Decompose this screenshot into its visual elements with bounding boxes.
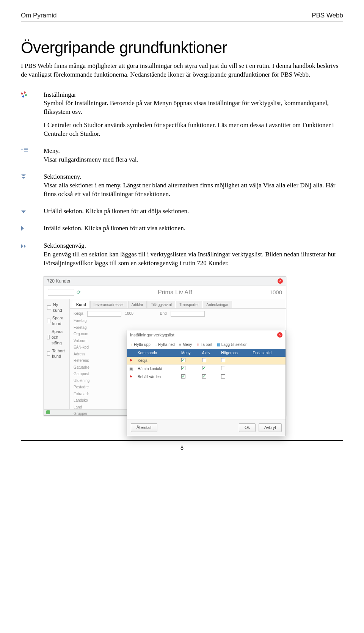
- section-collapsed: Infälld sektion. Klicka på ikonen för at…: [21, 224, 343, 233]
- double-chevron-down-icon: [21, 173, 26, 182]
- mock-tab[interactable]: Kund: [73, 301, 89, 309]
- page-number: 8: [0, 441, 364, 460]
- sectionmenu-label: Sektionsmeny.: [44, 173, 81, 180]
- move-up-button[interactable]: ↑Flytta upp: [131, 342, 151, 347]
- mock-tab[interactable]: Anteckningar: [203, 301, 232, 309]
- mock-side-item[interactable]: Ny kund: [44, 301, 69, 314]
- header-right: PBS Webb: [312, 11, 343, 20]
- settings-label: Inställningar: [44, 91, 76, 98]
- menu-button[interactable]: ≡Meny: [179, 342, 192, 347]
- section-expanded: Utfälld sektion. Klicka på ikonen för at…: [21, 207, 343, 216]
- dropdown-list-icon: [21, 148, 28, 152]
- chevron-down-icon: [21, 208, 26, 216]
- section-settings: Inställningar Symbol för Inställningar. …: [21, 91, 343, 139]
- double-chevron-right-icon: [21, 242, 27, 251]
- header-left: Om Pyramid: [21, 11, 56, 20]
- mock-window-title: 720 Kunder: [47, 278, 71, 284]
- page-title: Övergripande grundfunktioner: [21, 37, 343, 59]
- mock-tab[interactable]: Transporter: [176, 301, 202, 309]
- svg-marker-7: [21, 226, 24, 231]
- svg-marker-5: [21, 177, 26, 179]
- svg-rect-3: [24, 151, 28, 152]
- svg-marker-6: [21, 210, 26, 213]
- mock-modal-table: KommandoMenyAktivHögerposEndast bild ⚑ K…: [127, 349, 286, 381]
- mock-tab[interactable]: Tilläggsavtal: [147, 301, 175, 309]
- svg-rect-2: [24, 149, 28, 150]
- mock-side-item[interactable]: Spara och stäng: [44, 328, 69, 347]
- mock-field-label: Brid: [160, 311, 167, 316]
- ok-button[interactable]: Ok: [239, 423, 256, 432]
- svg-marker-4: [21, 174, 26, 176]
- svg-rect-1: [24, 148, 28, 149]
- mock-tab[interactable]: Leveransadresser: [90, 301, 127, 309]
- mock-modal-title: Inställningar verktygslist: [130, 332, 174, 338]
- section-menu: Meny. Visar rullgardinsmeny med flera va…: [21, 147, 343, 164]
- mock-modal: Inställningar verktygslist × ↑Flytta upp…: [127, 330, 286, 436]
- shortcut-label: Sektionsgenväg.: [44, 242, 86, 249]
- sectionmenu-desc: Visar alla sektioner i en meny. Längst n…: [44, 182, 335, 198]
- mock-side-item[interactable]: Spara kund: [44, 314, 69, 328]
- svg-marker-0: [21, 149, 23, 150]
- mock-field-input[interactable]: [171, 311, 205, 317]
- add-section-button[interactable]: ▦Lägg till sektion: [217, 342, 248, 347]
- intro-paragraph: I PBS Webb finns många möjligheter att g…: [21, 62, 343, 79]
- table-row[interactable]: ⚑ Behåll värden: [127, 373, 286, 381]
- mock-search-input[interactable]: [48, 289, 74, 296]
- flag-icon: ⚑: [129, 358, 133, 363]
- delete-button[interactable]: ✕Ta bort: [196, 342, 212, 347]
- item-icon: ▣: [129, 367, 133, 371]
- table-row[interactable]: ⚑ Kedja: [127, 357, 286, 365]
- mock-tabs: Kund Leveransadresser Artiklar Tilläggsa…: [70, 299, 286, 309]
- gear-icon: [21, 91, 27, 97]
- move-down-button[interactable]: ↓Flytta ned: [155, 342, 175, 347]
- close-icon[interactable]: ×: [277, 332, 282, 338]
- mock-customer-name: Prima Liv AB: [158, 288, 193, 297]
- mock-customer-number: 1000: [270, 289, 282, 296]
- svg-marker-9: [24, 244, 26, 248]
- svg-marker-8: [21, 244, 23, 248]
- mock-side-item[interactable]: Ta bort kund: [44, 347, 69, 361]
- mock-field-input[interactable]: [87, 311, 121, 317]
- close-icon[interactable]: ×: [278, 278, 283, 284]
- menu-label: Meny.: [44, 147, 60, 154]
- section-sectionmenu: Sektionsmeny. Visar alla sektioner i en …: [21, 173, 343, 199]
- page-header: Om Pyramid PBS Webb: [21, 11, 343, 22]
- mock-sidebar: Ny kund Spara kund Spara och stäng Ta bo…: [44, 299, 70, 409]
- refresh-icon[interactable]: ⟳: [77, 289, 81, 296]
- menu-desc: Visar rullgardinsmeny med flera val.: [44, 156, 138, 163]
- collapsed-desc: Infälld sektion. Klicka på ikonen för at…: [44, 225, 185, 232]
- status-indicator-icon: [46, 410, 50, 414]
- cancel-button[interactable]: Avbryt: [259, 423, 282, 432]
- mock-field-label: Kedja: [74, 311, 83, 316]
- chevron-right-icon: [21, 225, 25, 233]
- mock-field-value: 1000: [125, 311, 133, 316]
- section-shortcut: Sektionsgenväg. En genväg till en sektio…: [21, 242, 343, 268]
- reset-button[interactable]: Återställ: [131, 423, 157, 432]
- flag-icon: ⚑: [129, 375, 133, 379]
- settings-desc-1: Symbol för Inställningar. Beroende på va…: [44, 99, 329, 115]
- example-screenshot: 720 Kunder × ⟳ Prima Liv AB 1000 Ny kund…: [44, 276, 286, 416]
- table-row[interactable]: ▣ Hämta kontakt: [127, 365, 286, 373]
- shortcut-desc: En genväg till en sektion kan läggas til…: [44, 251, 336, 267]
- settings-desc-2: I Centraler och Studior används symbolen…: [44, 121, 343, 138]
- expanded-desc: Utfälld sektion. Klicka på ikonen för at…: [44, 207, 189, 215]
- mock-tab[interactable]: Artiklar: [128, 301, 147, 309]
